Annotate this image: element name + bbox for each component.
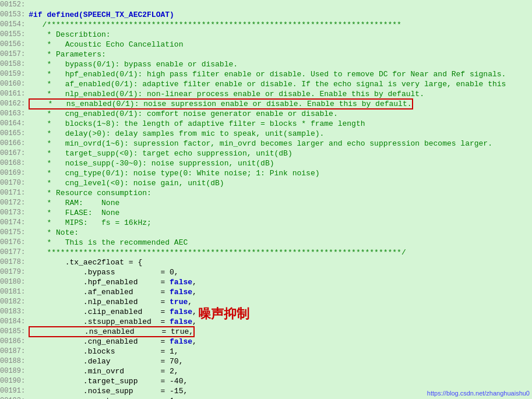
code-line-00186: 00186: .cng_enabled = false,	[0, 337, 532, 347]
code-line-00169: 00169: * cng_type(0/1): noise type(0: Wh…	[0, 168, 532, 178]
line-number: 00167:	[0, 149, 29, 158]
line-content: * RAM: None	[29, 198, 532, 208]
code-line-00177: 00177: *********************************…	[0, 248, 532, 257]
line-content: ****************************************…	[29, 248, 532, 257]
line-number: 00164:	[0, 119, 29, 129]
code-line-00182: 00182: .nlp_enabled = true,	[0, 297, 532, 307]
line-content: * This is the recommended AEC	[29, 238, 532, 248]
line-content: * noise_supp(-30~0): noise suppression, …	[29, 158, 532, 168]
line-number: 00192:	[0, 396, 29, 399]
highlighted-comment: * ns_enabled(0/1): noise supression enab…	[29, 98, 413, 110]
line-content: * nlp_enabled(0/1): non-linear process e…	[29, 89, 532, 99]
line-content: * min_ovrd(1~6): supression factor, min_…	[29, 139, 532, 149]
line-content: * Acoustic Echo Cancellation	[29, 40, 532, 50]
code-line-00188: 00188: .delay = 70,	[0, 356, 532, 366]
watermark: https://blog.csdn.net/zhanghuaishu0	[427, 390, 530, 397]
line-number: 00168:	[0, 158, 29, 168]
code-line-00190: 00190: .target_supp = -40,	[0, 376, 532, 386]
line-content: * cng_level(<0): noise gain, unit(dB)	[29, 178, 532, 188]
line-content: .target_supp = -40,	[29, 376, 532, 386]
code-line-00181: 00181: .af_enabled = false,	[0, 287, 532, 297]
code-line-00185: 00185: .ns_enabled = true,	[0, 327, 532, 337]
code-line-00173: 00173: * FLASE: None	[0, 208, 532, 218]
line-number: 00175:	[0, 228, 29, 238]
code-line-00153: 00153:#if defined(SPEECH_TX_AEC2FLOAT)	[0, 10, 532, 20]
code-line-00157: 00157: * Parameters:	[0, 50, 532, 59]
line-content: * hpf_enabled(0/1): high pass filter ena…	[29, 69, 532, 79]
line-content: .hpf_enabled = false,	[29, 277, 532, 287]
line-number: 00154:	[0, 20, 29, 30]
code-text: .bypass = 0,	[29, 268, 178, 277]
line-content: * cng_enabled(0/1): comfort noise genera…	[29, 109, 532, 119]
code-text: .min_ovrd = 2,	[29, 367, 178, 376]
line-number: 00174:	[0, 218, 29, 228]
code-line-00175: 00175: * Note:	[0, 228, 532, 238]
line-number: 00180:	[0, 277, 29, 287]
line-content: .ns_enabled = true,	[29, 327, 532, 337]
code-line-00166: 00166: * min_ovrd(1~6): supression facto…	[0, 139, 532, 149]
code-line-00154: 00154: /********************************…	[0, 20, 532, 30]
code-text: .cng_type = 1,	[29, 397, 178, 399]
line-content: * delay(>0): delay samples from mic to s…	[29, 129, 532, 139]
code-line-00165: 00165: * delay(>0): delay samples from m…	[0, 129, 532, 139]
code-text: .target_supp = -40,	[29, 377, 188, 386]
line-number: 00188:	[0, 356, 29, 366]
line-number: 00179:	[0, 267, 29, 277]
code-text: .clip_enabled = false,	[29, 308, 197, 316]
code-line-00156: 00156: * Acoustic Echo Cancellation	[0, 40, 532, 50]
code-line-00176: 00176: * This is the recommended AEC	[0, 238, 532, 248]
code-line-00179: 00179: .bypass = 0,	[0, 267, 532, 277]
line-content: * bypass(0/1): bypass enable or disable.	[29, 59, 532, 69]
code-line-00170: 00170: * cng_level(<0): noise gain, unit…	[0, 178, 532, 188]
code-line-00164: 00164: * blocks(1~8): the length of adap…	[0, 119, 532, 129]
line-content: * FLASE: None	[29, 208, 532, 218]
line-number: 00160:	[0, 79, 29, 89]
line-content: .tx_aec2float = {	[29, 257, 532, 267]
line-number: 00152:	[0, 0, 29, 10]
line-number: 00190:	[0, 376, 29, 386]
code-line-00189: 00189: .min_ovrd = 2,	[0, 366, 532, 376]
line-content: .stsupp_enabled = false,	[29, 317, 532, 327]
line-content: .clip_enabled = false,	[29, 307, 532, 317]
line-number: 00189:	[0, 366, 29, 376]
code-line-00187: 00187: .blocks = 1,	[0, 347, 532, 356]
code-text: .delay = 70,	[29, 357, 183, 366]
line-content: .delay = 70,	[29, 356, 532, 366]
line-content: .cng_enabled = false,	[29, 337, 532, 347]
line-number: 00173:	[0, 208, 29, 218]
line-content: * cng_type(0/1): noise type(0: White noi…	[29, 168, 532, 178]
code-line-00152: 00152:	[0, 0, 532, 10]
line-number: 00183:	[0, 307, 29, 317]
line-number: 00186:	[0, 337, 29, 347]
line-content: * blocks(1~8): the length of adaptive fi…	[29, 119, 532, 129]
code-line-00158: 00158: * bypass(0/1): bypass enable or d…	[0, 59, 532, 69]
line-number: 00170:	[0, 178, 29, 188]
code-line-00160: 00160: * af_enabled(0/1): adaptive filte…	[0, 79, 532, 89]
line-content: .min_ovrd = 2,	[29, 366, 532, 376]
line-number: 00156:	[0, 40, 29, 50]
line-content: * MIPS: fs = 16kHz;	[29, 218, 532, 228]
line-content: * af_enabled(0/1): adaptive filter enabl…	[29, 79, 532, 89]
line-number: 00187:	[0, 347, 29, 356]
line-number: 00161:	[0, 89, 29, 99]
line-content: #if defined(SPEECH_TX_AEC2FLOAT)	[29, 10, 532, 20]
line-number: 00169:	[0, 168, 29, 178]
code-text: .tx_aec2float = {	[29, 258, 142, 267]
line-content: /***************************************…	[29, 20, 532, 30]
code-text: .nlp_enabled = true,	[29, 298, 192, 306]
line-number: 00184:	[0, 317, 29, 327]
line-number: 00171:	[0, 188, 29, 198]
code-line-00178: 00178: .tx_aec2float = {	[0, 257, 532, 267]
line-number: 00172:	[0, 198, 29, 208]
line-number: 00176:	[0, 238, 29, 248]
line-number: 00177:	[0, 248, 29, 257]
line-number: 00157:	[0, 50, 29, 59]
code-line-00159: 00159: * hpf_enabled(0/1): high pass fil…	[0, 69, 532, 79]
code-text: .blocks = 1,	[29, 347, 178, 356]
line-number: 00181:	[0, 287, 29, 297]
code-line-00162: 00162: * ns_enabled(0/1): noise supressi…	[0, 99, 532, 109]
code-line-00155: 00155: * Describtion:	[0, 30, 532, 40]
line-number: 00162:	[0, 99, 29, 109]
code-lines: 00152:00153:#if defined(SPEECH_TX_AEC2FL…	[0, 0, 532, 399]
code-line-00172: 00172: * RAM: None	[0, 198, 532, 208]
